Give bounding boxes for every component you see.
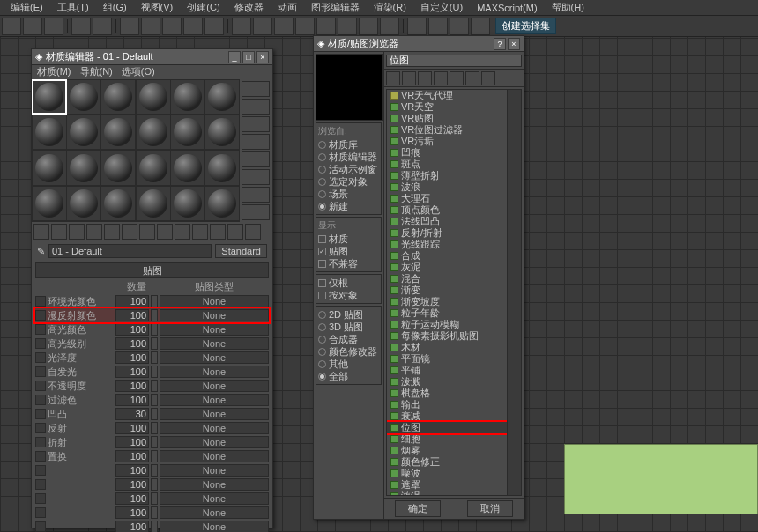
browser-list-item[interactable]: 漩涡 <box>387 491 521 495</box>
map-slot-button[interactable]: None <box>160 309 269 321</box>
map-slot-button[interactable]: None <box>160 422 269 434</box>
material-editor-menu[interactable]: 材质(M)导航(N)选项(O) <box>32 65 272 79</box>
toolbar-button[interactable] <box>183 18 203 35</box>
sample-slot[interactable] <box>67 115 100 149</box>
map-checkbox[interactable] <box>35 381 46 391</box>
sample-slot[interactable] <box>101 115 135 149</box>
browser-titlebar[interactable]: ◈ 材质/贴图浏览器 ? × <box>314 36 524 52</box>
toolbar-button[interactable] <box>44 18 63 35</box>
sample-slot[interactable] <box>137 151 170 185</box>
radio-option[interactable]: 材质库 <box>318 138 379 151</box>
map-slot-button[interactable]: None <box>160 436 269 448</box>
map-amount[interactable]: 100 <box>115 309 149 321</box>
sample-slot[interactable] <box>205 80 239 114</box>
minimize-button[interactable]: _ <box>228 51 241 63</box>
map-slot-button[interactable]: None <box>160 478 269 491</box>
sample-slot[interactable] <box>137 187 170 220</box>
spinner-buttons[interactable] <box>151 436 158 448</box>
menu-item[interactable]: 图形编辑器 <box>304 1 367 14</box>
map-slot-button[interactable]: None <box>160 295 269 307</box>
mat-menu-item[interactable]: 选项(O) <box>122 65 155 79</box>
maps-rollup-header[interactable]: 贴图 <box>35 262 269 278</box>
view-button[interactable] <box>418 71 432 85</box>
menu-item[interactable]: 组(G) <box>96 1 134 14</box>
toolbar-button[interactable] <box>380 18 399 35</box>
map-slot-button[interactable]: None <box>160 323 269 336</box>
side-button[interactable] <box>242 81 270 97</box>
map-amount[interactable]: 100 <box>115 295 149 307</box>
side-button[interactable] <box>242 169 270 185</box>
map-slot-button[interactable]: None <box>160 492 269 505</box>
sample-slot[interactable] <box>67 151 100 185</box>
sample-slot[interactable] <box>171 187 204 220</box>
menu-item[interactable]: 视图(V) <box>134 1 181 14</box>
map-amount[interactable]: 30 <box>115 408 149 420</box>
map-checkbox[interactable] <box>35 423 46 433</box>
spinner-buttons[interactable] <box>151 309 158 321</box>
view-button[interactable] <box>465 71 479 85</box>
toolbar-button[interactable] <box>359 18 378 35</box>
side-button[interactable] <box>242 134 270 150</box>
radio-option[interactable]: 2D 贴图 <box>318 308 379 321</box>
mat-tool-button[interactable] <box>122 224 137 240</box>
sample-slot[interactable] <box>137 115 170 149</box>
radio-option[interactable]: 活动示例窗 <box>318 163 379 175</box>
view-button[interactable] <box>450 71 464 85</box>
map-checkbox[interactable] <box>35 521 46 532</box>
toolbar-button[interactable] <box>93 18 112 35</box>
map-slot-button[interactable]: None <box>160 366 269 378</box>
map-slot-button[interactable]: None <box>160 408 269 420</box>
toolbar-button[interactable] <box>2 18 21 35</box>
view-button[interactable] <box>481 71 495 85</box>
menu-item[interactable]: 编辑(E) <box>4 1 50 14</box>
map-checkbox[interactable] <box>35 409 46 419</box>
toolbar-button[interactable] <box>204 18 224 35</box>
mat-tool-button[interactable] <box>245 224 261 240</box>
check-option[interactable]: 材质 <box>318 233 379 245</box>
viewport-object[interactable] <box>564 444 758 514</box>
mat-tool-button[interactable] <box>86 224 102 240</box>
toolbar-button[interactable] <box>141 18 160 35</box>
toolbar-button[interactable] <box>428 18 448 35</box>
map-amount[interactable]: 100 <box>115 351 149 364</box>
map-amount[interactable]: 100 <box>115 337 149 350</box>
map-checkbox[interactable] <box>35 352 46 363</box>
radio-option[interactable]: 新建 <box>318 200 379 212</box>
spinner-buttons[interactable] <box>151 506 158 519</box>
sample-slot[interactable] <box>101 187 135 220</box>
spinner-buttons[interactable] <box>151 478 158 491</box>
radio-option[interactable]: 材质编辑器 <box>318 151 379 163</box>
map-amount[interactable]: 100 <box>115 521 149 532</box>
toolbar-button[interactable] <box>316 18 336 35</box>
radio-option[interactable]: 合成器 <box>318 333 379 345</box>
toolbar-button[interactable] <box>120 18 139 35</box>
radio-option[interactable]: 3D 贴图 <box>318 321 379 333</box>
toolbar-button[interactable] <box>162 18 182 35</box>
check-option[interactable]: 不兼容 <box>318 257 379 270</box>
mat-tool-button[interactable] <box>210 224 226 240</box>
toolbar-button[interactable] <box>274 18 294 35</box>
toolbar-button[interactable] <box>450 18 469 35</box>
map-checkbox[interactable] <box>35 366 46 377</box>
sample-slot[interactable] <box>137 80 170 114</box>
radio-option[interactable]: 选定对象 <box>318 175 379 188</box>
radio-option[interactable]: 颜色修改器 <box>318 345 379 358</box>
check-option[interactable]: 仅根 <box>318 277 379 289</box>
browser-search-input[interactable] <box>386 55 522 67</box>
map-amount[interactable]: 100 <box>115 422 149 434</box>
mat-tool-button[interactable] <box>227 224 243 240</box>
spinner-buttons[interactable] <box>151 394 158 406</box>
side-button[interactable] <box>242 99 270 115</box>
map-slot-button[interactable]: None <box>160 450 269 462</box>
side-button[interactable] <box>242 151 270 167</box>
sample-slot[interactable] <box>171 151 204 185</box>
mat-menu-item[interactable]: 材质(M) <box>37 65 71 79</box>
map-checkbox[interactable] <box>35 296 46 307</box>
map-slot-button[interactable]: None <box>160 506 269 519</box>
side-button[interactable] <box>242 116 270 132</box>
view-button[interactable] <box>434 71 448 85</box>
menu-item[interactable]: 自定义(U) <box>413 1 470 14</box>
mat-tool-button[interactable] <box>175 224 190 240</box>
map-checkbox[interactable] <box>35 507 46 518</box>
menu-item[interactable]: 帮助(H) <box>545 1 591 14</box>
